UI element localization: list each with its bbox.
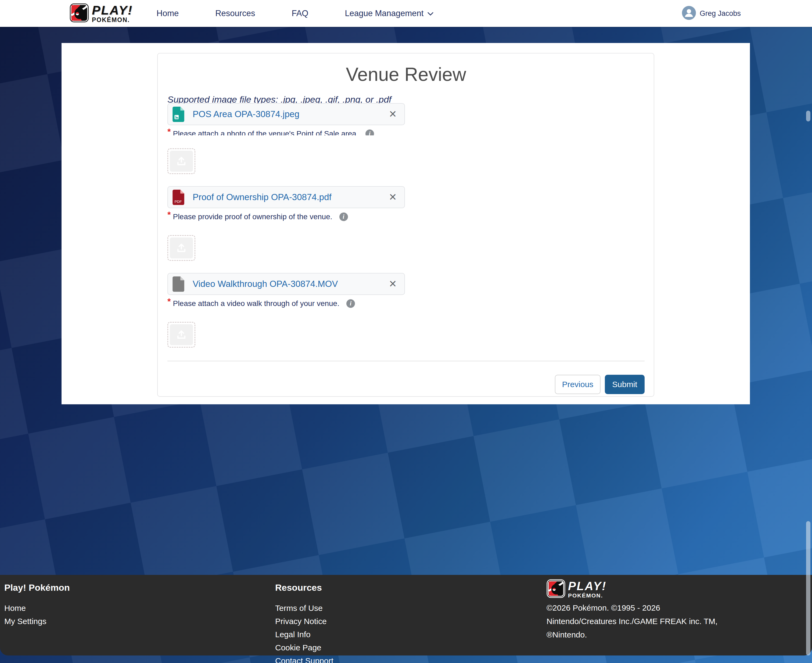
hint-row: * Please attach a photo of the venue's P… — [167, 127, 645, 136]
chevron-down-icon — [427, 9, 433, 18]
hint-text: Please attach a video walk through of yo… — [173, 297, 340, 309]
svg-text:PDF: PDF — [175, 200, 182, 204]
footer-link-cookie-page[interactable]: Cookie Page — [275, 641, 547, 654]
generic-file-icon — [172, 276, 184, 292]
upload-icon — [175, 155, 187, 168]
top-navigation: PLAY! POKÉMON. Home Resources FAQ League… — [0, 0, 812, 27]
upload-dropzone[interactable] — [167, 235, 195, 261]
footer-link-contact-support[interactable]: Contact Support — [275, 654, 547, 663]
footer-link-my-settings[interactable]: My Settings — [4, 614, 275, 628]
footer-link-privacy-notice[interactable]: Privacy Notice — [275, 614, 547, 628]
page-title: Venue Review — [167, 64, 645, 85]
file-link[interactable]: Proof of Ownership OPA-30874.pdf — [192, 192, 388, 202]
info-icon[interactable]: i — [366, 129, 374, 136]
footer-column-play-pokemon: Play! Pokémon Home My Settings — [4, 579, 275, 663]
nav-link-resources[interactable]: Resources — [215, 9, 255, 18]
hint-text: Please attach a photo of the venue's Poi… — [173, 127, 358, 136]
info-icon[interactable]: i — [340, 212, 348, 221]
form-divider — [167, 361, 645, 361]
file-link[interactable]: POS Area OPA-30874.jpeg — [192, 109, 388, 119]
nav-link-faq[interactable]: FAQ — [291, 9, 308, 18]
play-pokemon-logo-text: PLAY! POKÉMON. — [92, 4, 133, 23]
upload-dropzone[interactable] — [167, 322, 195, 348]
required-marker: * — [167, 210, 171, 219]
attached-file-chip: PDF Proof of Ownership OPA-30874.pdf ✕ — [167, 186, 405, 208]
footer-link-terms-of-use[interactable]: Terms of Use — [275, 602, 547, 614]
brand-play-text: PLAY! — [92, 4, 133, 16]
attached-file-chip: POS Area OPA-30874.jpeg ✕ — [167, 103, 405, 125]
user-name: Greg Jacobs — [700, 10, 741, 18]
image-file-icon — [172, 107, 184, 122]
page-footer: Play! Pokémon Home My Settings Resources… — [0, 575, 812, 655]
main-content-panel: Venue Review Supported image file types:… — [61, 43, 750, 404]
required-marker: * — [167, 297, 171, 306]
form-actions: Previous Submit — [167, 375, 645, 394]
upload-icon — [175, 328, 187, 341]
file-link[interactable]: Video Walkthrough OPA-30874.MOV — [192, 279, 388, 289]
upload-dropzone[interactable] — [167, 148, 195, 174]
upload-group-proof-of-ownership: PDF Proof of Ownership OPA-30874.pdf ✕ *… — [167, 186, 645, 261]
supported-file-types-note: Supported image file types: .jpg, .jpeg,… — [167, 95, 645, 104]
scrollbar-thumb[interactable] — [806, 521, 810, 655]
nav-link-home[interactable]: Home — [157, 9, 179, 18]
play-pokemon-logo[interactable]: PLAY! POKÉMON. — [70, 3, 133, 24]
hint-row: * Please attach a video walk through of … — [167, 297, 645, 309]
upload-group-video-walkthrough: Video Walkthrough OPA-30874.MOV ✕ * Plea… — [167, 273, 645, 348]
scrollbar-thumb[interactable] — [806, 111, 810, 121]
hint-row: * Please provide proof of ownership of t… — [167, 210, 645, 222]
footer-logo-text: PLAY! POKÉMON. — [568, 580, 607, 598]
footer-play-pokemon-logo: PLAY! POKÉMON. — [547, 579, 808, 599]
nav-links: Home Resources FAQ League Management — [157, 9, 434, 18]
upload-icon — [175, 241, 187, 254]
required-marker: * — [167, 127, 171, 136]
attached-file-chip: Video Walkthrough OPA-30874.MOV ✕ — [167, 273, 405, 295]
submit-button[interactable]: Submit — [605, 375, 645, 394]
remove-file-button[interactable]: ✕ — [388, 109, 398, 119]
footer-link-legal-info[interactable]: Legal Info — [275, 628, 547, 641]
footer-heading: Play! Pokémon — [4, 582, 275, 593]
hint-text: Please provide proof of ownership of the… — [173, 210, 332, 222]
footer-link-home[interactable]: Home — [4, 602, 275, 614]
user-menu[interactable]: Greg Jacobs — [682, 6, 741, 21]
brand-pokemon-text: POKÉMON. — [92, 17, 133, 23]
info-icon[interactable]: i — [346, 299, 355, 308]
copyright-text: ©2026 Pokémon. ©1995 - 2026 Nintendo/Cre… — [547, 601, 808, 642]
footer-column-resources: Resources Terms of Use Privacy Notice Le… — [275, 579, 547, 663]
previous-button[interactable]: Previous — [555, 375, 600, 394]
footer-column-copyright: PLAY! POKÉMON. ©2026 Pokémon. ©1995 - 20… — [547, 579, 808, 663]
play-pokemon-logo-icon — [70, 3, 89, 24]
venue-review-card: Venue Review Supported image file types:… — [157, 53, 654, 397]
remove-file-button[interactable]: ✕ — [388, 192, 398, 202]
footer-heading: Resources — [275, 582, 547, 593]
upload-group-pos-area: POS Area OPA-30874.jpeg ✕ * Please attac… — [167, 103, 645, 174]
remove-file-button[interactable]: ✕ — [388, 279, 398, 289]
nav-link-league-management[interactable]: League Management — [345, 9, 433, 18]
user-avatar-icon — [682, 6, 696, 21]
footer-logo-icon — [547, 579, 565, 599]
pdf-file-icon: PDF — [172, 189, 184, 205]
